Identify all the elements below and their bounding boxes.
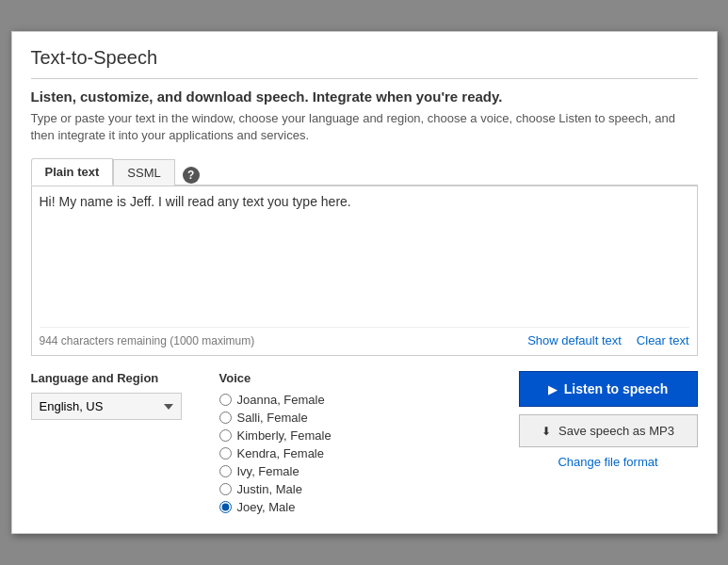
voice-label-justin[interactable]: Justin, Male xyxy=(237,482,302,496)
voice-item-joey: Joey, Male xyxy=(219,500,370,514)
play-icon xyxy=(548,381,557,396)
voice-radio-joanna[interactable] xyxy=(219,394,232,406)
voice-radio-ivy[interactable] xyxy=(219,465,232,477)
voice-list: Joanna, Female Salli, Female Kimberly, F… xyxy=(219,393,370,514)
text-input-area: Hi! My name is Jeff. I will read any tex… xyxy=(31,186,698,356)
page-title: Text-to-Speech xyxy=(31,47,698,79)
voice-radio-kimberly[interactable] xyxy=(219,429,232,442)
download-icon xyxy=(542,424,551,438)
help-icon[interactable]: ? xyxy=(183,167,200,184)
tab-bar: Plain text SSML ? xyxy=(31,157,698,186)
clear-text-button[interactable]: Clear text xyxy=(637,333,689,347)
voice-radio-justin[interactable] xyxy=(219,483,232,495)
save-speech-mp3-button[interactable]: Save speech as MP3 xyxy=(519,414,698,447)
language-region-label: Language and Region xyxy=(31,371,201,385)
voice-item-ivy: Ivy, Female xyxy=(219,464,370,478)
language-region-section: Language and Region English, US English,… xyxy=(31,371,201,514)
voice-label: Voice xyxy=(219,371,370,385)
voice-item-salli: Salli, Female xyxy=(219,411,370,425)
bottom-section: Language and Region English, US English,… xyxy=(31,371,698,514)
voice-label-salli[interactable]: Salli, Female xyxy=(237,411,308,425)
tab-ssml[interactable]: SSML xyxy=(113,159,174,186)
voice-label-kendra[interactable]: Kendra, Female xyxy=(237,446,325,460)
voice-item-kimberly: Kimberly, Female xyxy=(219,428,370,443)
voice-radio-salli[interactable] xyxy=(219,412,232,424)
voice-radio-joey[interactable] xyxy=(219,501,232,513)
main-window: Text-to-Speech Listen, customize, and do… xyxy=(11,31,718,534)
listen-to-speech-button[interactable]: Listen to speech xyxy=(519,371,698,407)
subtitle: Listen, customize, and download speech. … xyxy=(31,89,698,105)
description: Type or paste your text in the window, c… xyxy=(31,110,698,144)
voice-radio-kendra[interactable] xyxy=(219,447,232,460)
voice-label-kimberly[interactable]: Kimberly, Female xyxy=(237,428,332,443)
textarea-footer: 944 characters remaining (1000 maximum) … xyxy=(40,327,689,347)
action-buttons: Listen to speech Save speech as MP3 Chan… xyxy=(519,371,698,514)
textarea-actions: Show default text Clear text xyxy=(527,333,688,347)
tab-plain-text[interactable]: Plain text xyxy=(31,158,114,186)
language-region-select[interactable]: English, US English, UK Spanish French G… xyxy=(31,393,182,420)
voice-item-joanna: Joanna, Female xyxy=(219,393,370,407)
show-default-text-button[interactable]: Show default text xyxy=(527,333,622,347)
voice-item-justin: Justin, Male xyxy=(219,482,370,496)
voice-item-kendra: Kendra, Female xyxy=(219,446,370,460)
change-file-format-link[interactable]: Change file format xyxy=(519,455,698,469)
voice-label-joanna[interactable]: Joanna, Female xyxy=(237,393,325,407)
text-input[interactable]: Hi! My name is Jeff. I will read any tex… xyxy=(40,194,689,316)
voice-label-joey[interactable]: Joey, Male xyxy=(237,500,296,514)
voice-label-ivy[interactable]: Ivy, Female xyxy=(237,464,299,478)
char-count: 944 characters remaining (1000 maximum) xyxy=(40,334,255,347)
voice-section: Voice Joanna, Female Salli, Female Kimbe… xyxy=(219,371,370,514)
